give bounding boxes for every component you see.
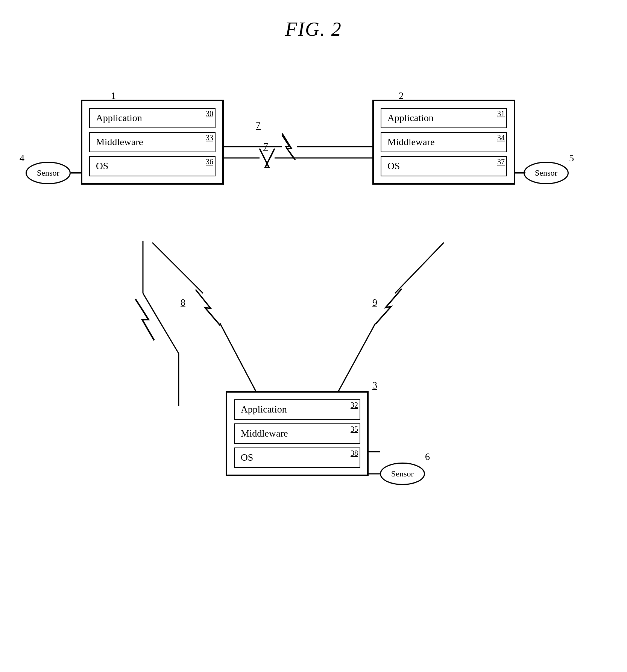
- layer-os-2-label: OS: [387, 161, 400, 172]
- sensor5-connect-line: [515, 172, 525, 173]
- layer-application-3: Application 32: [234, 399, 360, 420]
- conn7-ref: 7: [256, 120, 261, 131]
- sensor5-ref: 5: [569, 153, 574, 164]
- sensor5-label: Sensor: [535, 168, 557, 178]
- sensor6-ref: 6: [425, 451, 430, 463]
- layer-application-3-label: Application: [241, 404, 287, 415]
- conn8-ref-label: 8: [181, 297, 185, 308]
- layer-middleware-3-ref: 35: [351, 425, 358, 434]
- sensor4-connect-line: [71, 172, 81, 173]
- device2-ref: 2: [399, 90, 404, 102]
- conn7-ref-label: 7: [263, 141, 268, 152]
- device-box-3: Application 32 Middleware 35 OS 38: [226, 391, 369, 476]
- layer-application-1-label: Application: [96, 112, 142, 124]
- layer-application-2: Application 31: [381, 108, 507, 128]
- layer-os-3: OS 38: [234, 447, 360, 468]
- sensor4: Sensor: [26, 162, 71, 184]
- device-box-1: Application 30 Middleware 33 OS 36: [81, 100, 224, 185]
- connection-8: [113, 241, 244, 406]
- layer-os-3-label: OS: [241, 452, 253, 463]
- sensor6: Sensor: [380, 463, 425, 485]
- layer-application-1-ref: 30: [206, 109, 213, 118]
- conn9-ref-label: 9: [372, 297, 377, 308]
- layer-os-2-ref: 37: [497, 158, 505, 166]
- figure-title: FIG. 2: [285, 18, 342, 40]
- svg-line-9: [395, 243, 444, 293]
- device1-ref: 1: [111, 90, 116, 102]
- layer-middleware-1: Middleware 33: [89, 132, 216, 152]
- layer-os-2: OS 37: [381, 156, 507, 176]
- sensor4-label: Sensor: [37, 168, 59, 178]
- sensor4-ref: 4: [20, 153, 24, 164]
- svg-line-10: [339, 323, 375, 391]
- layer-os-1-ref: 36: [206, 158, 213, 166]
- layer-os-3-ref: 38: [351, 449, 358, 458]
- layer-application-3-ref: 32: [351, 401, 358, 410]
- layer-middleware-3: Middleware 35: [234, 423, 360, 444]
- layer-middleware-2: Middleware 34: [381, 132, 507, 152]
- layer-application-2-label: Application: [387, 112, 434, 124]
- sensor6-label: Sensor: [391, 469, 414, 479]
- connection-7: [224, 128, 374, 165]
- svg-line-3: [143, 293, 179, 353]
- layer-middleware-2-ref: 34: [497, 133, 505, 142]
- device3-ref: 3: [372, 380, 377, 391]
- layer-application-1: Application 30: [89, 108, 216, 128]
- layer-middleware-1-label: Middleware: [96, 137, 143, 148]
- layer-middleware-1-ref: 33: [206, 133, 213, 142]
- layer-application-2-ref: 31: [497, 109, 505, 118]
- sensor6-connect-line: [369, 451, 380, 452]
- layer-os-1-label: OS: [96, 161, 108, 172]
- layer-middleware-2-label: Middleware: [387, 137, 435, 148]
- layer-os-1: OS 36: [89, 156, 216, 176]
- sensor5: Sensor: [524, 162, 569, 184]
- layer-middleware-3-label: Middleware: [241, 428, 288, 439]
- device-box-2: Application 31 Middleware 34 OS 37: [372, 100, 515, 185]
